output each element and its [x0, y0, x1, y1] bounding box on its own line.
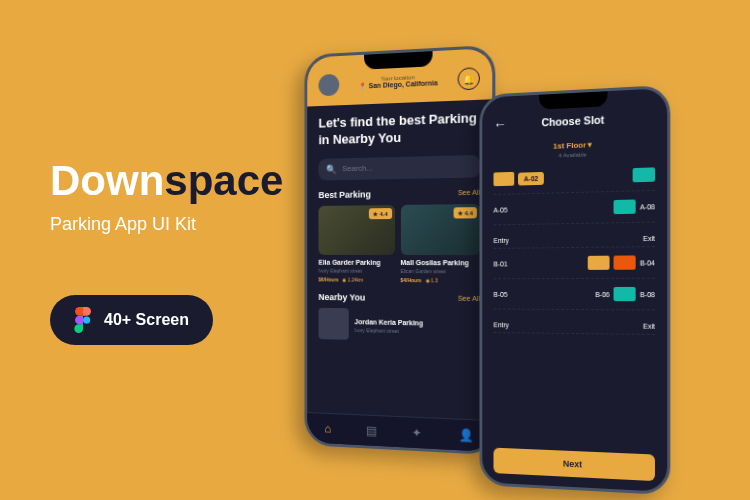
avatar[interactable]: [318, 74, 339, 97]
hero-text: Let's find the best Parking in Nearby Yo…: [318, 110, 479, 149]
slot-label: A-05: [493, 206, 507, 213]
phone-home: Your location 📍 San Diego, California 🔔 …: [304, 45, 495, 455]
slot[interactable]: A-05: [493, 206, 507, 213]
best-parking-title: Best Parking: [318, 189, 370, 200]
slot-label: A-08: [640, 203, 655, 210]
slot[interactable]: [633, 167, 655, 182]
nav-ticket-icon[interactable]: ▤: [366, 424, 377, 438]
nearby-title: Nearby You: [318, 292, 365, 302]
slot[interactable]: A-02: [493, 171, 544, 186]
brand-word-2: space: [164, 157, 283, 204]
car-icon: [614, 200, 636, 215]
screen-count-badge: 40+ Screen: [50, 295, 213, 345]
slot[interactable]: B-05: [493, 290, 507, 297]
slot-label: B-06: [595, 291, 610, 298]
parking-card[interactable]: ★ 4.4 Mall Gosilas Parking Elican Garden…: [400, 204, 480, 284]
slot-label: B-01: [493, 260, 507, 267]
notifications-button[interactable]: 🔔: [458, 67, 480, 90]
brand-word-1: Down: [50, 157, 164, 204]
car-icon: [614, 255, 636, 269]
search-input[interactable]: 🔍 Search...: [318, 155, 479, 181]
car-icon: [588, 256, 610, 270]
distance: ◉ 1.3: [425, 277, 437, 283]
see-all-link[interactable]: See All: [458, 295, 480, 302]
slot[interactable]: B-04: [588, 255, 655, 270]
nav-explore-icon[interactable]: ✦: [412, 426, 422, 441]
bottom-nav: ⌂ ▤ ✦ 👤: [307, 412, 492, 452]
nearby-item-title: Jordan Keria Parking: [354, 318, 423, 326]
rating-badge: ★ 4.4: [454, 207, 477, 218]
car-icon: [493, 172, 514, 186]
nav-profile-icon[interactable]: 👤: [458, 428, 473, 443]
slot[interactable]: A-08: [614, 199, 655, 214]
parking-card[interactable]: ★ 4.4 Elia Garder Parking Ivory Elephant…: [318, 205, 394, 283]
page-title: Choose Slot: [541, 114, 604, 129]
badge-text: 40+ Screen: [104, 311, 189, 329]
nearby-item-sub: Ivory Elephant street: [354, 327, 423, 334]
rating-badge: ★ 4.4: [369, 208, 391, 219]
slot-label: B-08: [640, 291, 655, 298]
slot[interactable]: B-01: [493, 260, 507, 267]
nearby-thumb: [318, 308, 348, 340]
brand-title: Downspace: [50, 160, 283, 202]
price: $6/Hours: [318, 276, 338, 282]
next-button[interactable]: Next: [493, 448, 654, 481]
card-subtitle: Elican Garden street: [400, 268, 480, 275]
slot-label: B-05: [493, 290, 507, 297]
car-icon: [614, 287, 636, 301]
slot-label: A-02: [518, 171, 544, 185]
phone-slots: ← Choose Slot 1st Floor ▾ 4 Available A-…: [479, 85, 670, 495]
price: $4/Hours: [400, 277, 421, 283]
location-selector[interactable]: Your location 📍 San Diego, California: [339, 72, 457, 91]
nav-home-icon[interactable]: ⌂: [324, 422, 331, 436]
entry-label: Entry: [493, 237, 508, 244]
entry-label: Entry: [493, 321, 508, 328]
exit-label: Exit: [643, 323, 655, 330]
card-subtitle: Ivory Elephant street: [318, 267, 394, 273]
slot[interactable]: B-06B-08: [595, 287, 655, 301]
exit-label: Exit: [643, 235, 655, 242]
see-all-link[interactable]: See All: [458, 189, 480, 196]
slot-label: B-04: [640, 259, 655, 266]
card-title: Mall Gosilas Parking: [400, 259, 480, 266]
svg-point-0: [83, 316, 90, 323]
search-placeholder: Search...: [342, 164, 373, 174]
car-icon: [633, 167, 655, 182]
figma-icon: [74, 307, 92, 333]
distance: ◉ 1.24km: [342, 276, 363, 282]
card-title: Elia Garder Parking: [318, 259, 394, 266]
subtitle: Parking App UI Kit: [50, 214, 283, 235]
nearby-item[interactable]: Jordan Keria Parking Ivory Elephant stre…: [318, 308, 479, 343]
search-icon: 🔍: [326, 164, 336, 174]
back-button[interactable]: ←: [493, 116, 506, 132]
